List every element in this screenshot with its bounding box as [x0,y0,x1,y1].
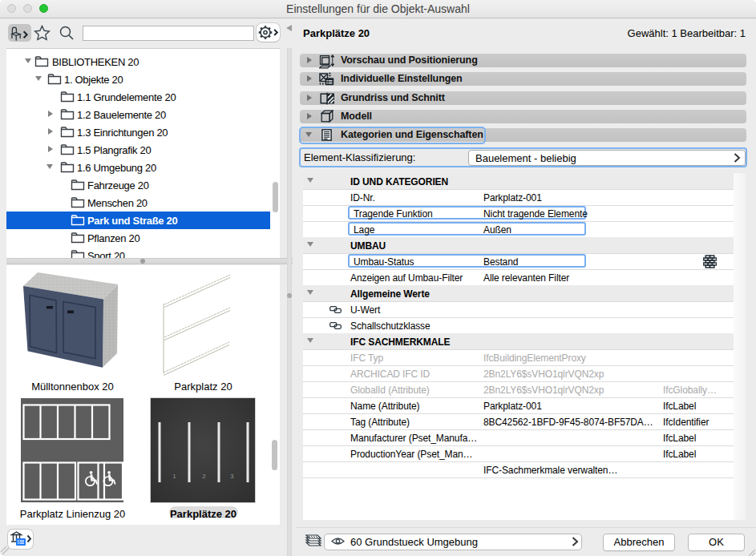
svg-text:1: 1 [173,473,176,479]
svg-text:3: 3 [231,473,234,479]
svg-text:2: 2 [203,473,206,479]
